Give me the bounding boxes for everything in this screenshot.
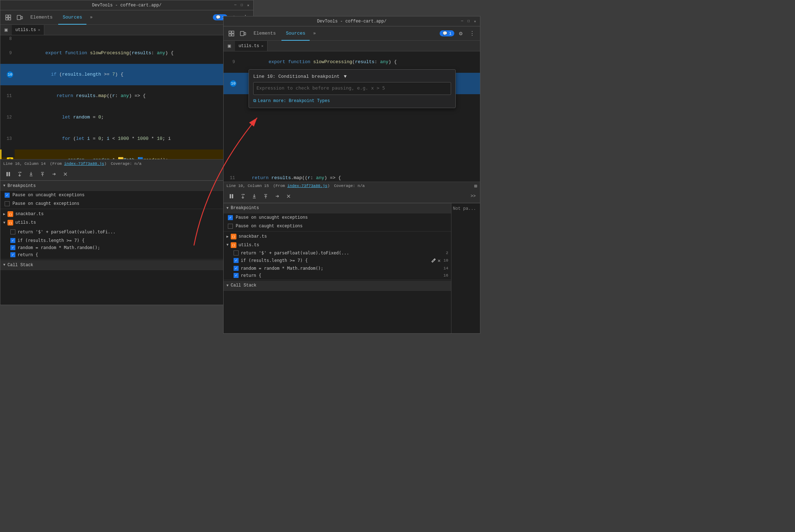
bp-popup-link[interactable]: ⧉ Learn more: Breakpoint Types <box>253 98 451 103</box>
minimize-1[interactable]: ─ <box>233 3 238 7</box>
yellow-bar-14 <box>0 150 1 159</box>
pause-caught-1[interactable]: Pause on caught exceptions <box>0 199 253 208</box>
line-content-9: export function slowProcessing(results: … <box>15 42 253 64</box>
step-out-btn-2[interactable] <box>261 191 271 201</box>
tab-elements-1[interactable]: Elements <box>26 12 57 23</box>
window-title-1: DevTools - coffee-cart.app/ <box>92 3 161 8</box>
code-line-13: 13 for (let i = 0; i < 1000 * 1000 * 10;… <box>0 128 253 150</box>
divider-3 <box>224 231 451 232</box>
cb-caught-2[interactable] <box>228 224 233 229</box>
notification-badge-2[interactable]: 💬 1 <box>440 30 454 36</box>
line-num-9-2: 9 <box>224 59 238 66</box>
edit-bp-btn-1-2[interactable] <box>431 258 436 263</box>
cs-expand-2: ▼ <box>226 284 229 288</box>
file-group-utils-1[interactable]: ▼ {} utils.ts <box>0 218 253 227</box>
cb-uncaught-1[interactable] <box>5 193 10 198</box>
top-toolbar-1: Elements Sources » 💬 1 ⚙ ⋮ <box>0 10 253 25</box>
coverage-1: Coverage: n/a <box>111 162 141 166</box>
cb-bp-1-1[interactable] <box>10 238 15 243</box>
utils-expand-2: ▼ <box>226 243 229 247</box>
settings-icon-2[interactable]: ⚙ <box>456 29 466 39</box>
cb-bp-2-2[interactable] <box>234 266 239 271</box>
pause-caught-label-2: Pause on caught exceptions <box>236 224 302 229</box>
delete-bp-btn-1-2[interactable]: ✕ <box>437 258 441 264</box>
breakpoints-header-1[interactable]: ▼ Breakpoints <box>0 181 253 191</box>
breakpoints-header-2[interactable]: ▼ Breakpoints <box>224 203 451 213</box>
maximize-2[interactable]: □ <box>466 19 471 24</box>
tab-sources-1[interactable]: Sources <box>58 12 86 23</box>
bp-expand-arrow-2: ▼ <box>226 206 229 210</box>
deactivate-btn-1[interactable] <box>60 169 70 179</box>
bp-dropdown-icon[interactable]: ▼ <box>344 74 347 79</box>
step-out-btn-1[interactable] <box>38 169 48 179</box>
bp-entry-0-2: return '$' + parseFloat(value).toFixed(.… <box>224 249 451 257</box>
breakpoints-title-1: Breakpoints <box>8 183 36 188</box>
file-tab-close-2[interactable]: ✕ <box>261 44 264 48</box>
bp-popup-input[interactable]: Expression to check before pausing, e.g.… <box>253 82 451 95</box>
step-over-btn-2[interactable] <box>238 191 248 201</box>
device-toggle-icon-2[interactable] <box>238 29 248 39</box>
file-group-utils-2[interactable]: ▼ {} utils.ts <box>224 241 451 249</box>
svg-rect-2 <box>9 15 11 17</box>
step-into-btn-1[interactable] <box>26 169 36 179</box>
line-num-10: 10 <box>0 71 15 78</box>
step-over-btn-1[interactable] <box>15 169 25 179</box>
cb-bp-3-1[interactable] <box>10 252 15 257</box>
utils-icon-1: {} <box>8 220 13 226</box>
inspect-icon-2[interactable] <box>226 29 236 39</box>
svg-rect-14 <box>240 31 244 36</box>
pause-caught-2[interactable]: Pause on caught exceptions <box>224 222 451 230</box>
close-1[interactable]: ✕ <box>246 3 250 7</box>
breakpoints-panel-2: ▼ Breakpoints Pause on uncaught exceptio… <box>224 203 480 334</box>
file-group-snackbar-1[interactable]: ▶ {} snackbar.ts <box>0 210 253 218</box>
more-tabs-2[interactable]: » <box>311 31 318 36</box>
expand-panel-btn[interactable]: ⊞ <box>474 183 477 189</box>
tab-elements-2[interactable]: Elements <box>249 28 280 39</box>
snackbar-name-2: snackbar.ts <box>239 234 267 239</box>
code-line-more-2: 11 return results.map((r: any) => { <box>224 174 480 182</box>
line-num-12: 12 <box>0 114 15 121</box>
minimize-2[interactable]: ─ <box>460 19 464 24</box>
close-2[interactable]: ✕ <box>473 19 477 24</box>
more-tabs-1[interactable]: » <box>88 15 95 20</box>
bp-code-0-1: return '$' + parseFloat(value).toFi... <box>18 229 229 234</box>
source-link-1[interactable]: index-73f73a80.js <box>64 162 104 166</box>
cb-bp-0-2[interactable] <box>234 250 239 255</box>
line-content-14: random = random * 🟨Math.🟦random(); <box>15 150 253 159</box>
sidebar-toggle-1[interactable]: ▣ <box>2 26 10 34</box>
maximize-1[interactable]: □ <box>240 3 244 7</box>
inspect-icon[interactable] <box>3 12 13 22</box>
more-panels-btn-2[interactable]: >> <box>469 192 477 200</box>
step-btn-1[interactable] <box>49 169 59 179</box>
pause-btn-1[interactable] <box>3 169 13 179</box>
tab-sources-2[interactable]: Sources <box>281 28 310 39</box>
right-panel-2: Not pa... <box>451 203 480 334</box>
call-stack-header-2[interactable]: ▼ Call Stack <box>224 281 451 291</box>
pause-uncaught-1[interactable]: Pause on uncaught exceptions <box>0 191 253 199</box>
divider-4 <box>224 280 451 280</box>
source-link-2[interactable]: index-73f73a80.js <box>287 184 327 188</box>
cb-bp-0-1[interactable] <box>10 229 15 234</box>
cb-caught-1[interactable] <box>5 201 10 206</box>
pause-btn-2[interactable] <box>226 191 236 201</box>
bp-code-2-2: random = random * Math.random(); <box>241 266 441 271</box>
deactivate-btn-2[interactable] <box>284 191 294 201</box>
sidebar-toggle-2[interactable]: ▣ <box>225 42 234 50</box>
device-toggle-icon[interactable] <box>15 12 25 22</box>
file-tab-utils-2[interactable]: utils.ts ✕ <box>235 41 268 51</box>
bp-linenum-1-2: 10 <box>444 258 448 263</box>
file-tab-close-1[interactable]: ✕ <box>38 28 40 32</box>
file-group-snackbar-2[interactable]: ▶ {} snackbar.ts <box>224 232 451 241</box>
step-btn-2[interactable] <box>272 191 282 201</box>
svg-rect-6 <box>6 172 8 176</box>
more-icon-2[interactable]: ⋮ <box>467 29 477 39</box>
bp-entry-0-1: return '$' + parseFloat(value).toFi... ✕… <box>0 227 253 237</box>
cb-uncaught-2[interactable] <box>228 215 233 220</box>
file-tab-utils-1[interactable]: utils.ts ✕ <box>12 25 44 35</box>
pause-uncaught-2[interactable]: Pause on uncaught exceptions <box>224 213 451 222</box>
call-stack-header-1[interactable]: ▼ Call Stack <box>0 260 253 270</box>
cb-bp-1-2[interactable] <box>234 258 239 263</box>
cb-bp-2-1[interactable] <box>10 245 15 250</box>
step-into-btn-2[interactable] <box>249 191 259 201</box>
cb-bp-3-2[interactable] <box>234 273 239 278</box>
